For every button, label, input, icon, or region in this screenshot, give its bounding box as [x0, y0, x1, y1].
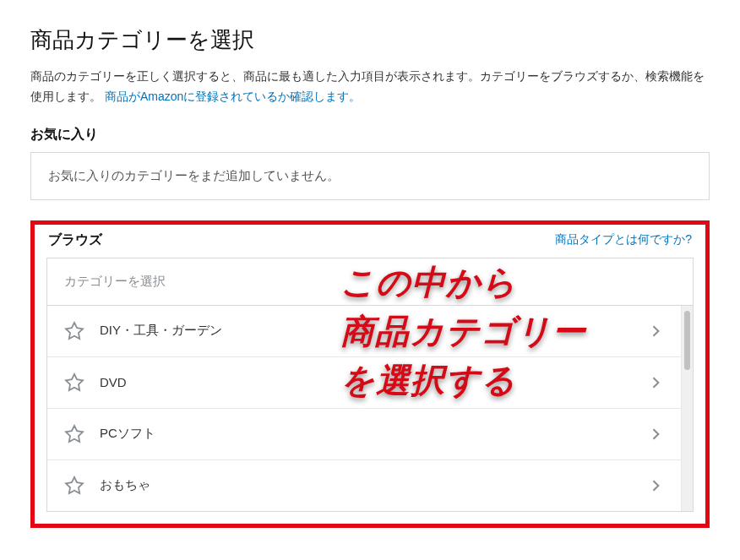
star-icon[interactable]	[64, 476, 84, 496]
favorites-title: お気に入り	[30, 126, 710, 144]
browse-header: ブラウズ 商品タイプとは何ですか?	[46, 231, 694, 249]
product-type-help-link[interactable]: 商品タイプとは何ですか?	[555, 232, 692, 247]
category-label: おもちゃ	[100, 477, 647, 493]
browse-title: ブラウズ	[48, 231, 102, 249]
browse-section-highlight: ブラウズ 商品タイプとは何ですか? カテゴリーを選択 DIY・工具・ガーデン	[30, 220, 710, 528]
chevron-right-icon	[647, 426, 664, 443]
check-registration-link[interactable]: 商品がAmazonに登録されているか確認します。	[105, 90, 361, 103]
page-title: 商品カテゴリーを選択	[30, 25, 710, 55]
star-icon[interactable]	[64, 424, 84, 444]
category-item-toys[interactable]: おもちゃ	[47, 460, 681, 511]
svg-marker-3	[66, 477, 83, 493]
category-label: PCソフト	[100, 426, 647, 442]
star-icon[interactable]	[64, 321, 84, 341]
scroll-thumb[interactable]	[684, 311, 690, 370]
category-list: DIY・工具・ガーデン DVD	[47, 306, 681, 511]
star-icon[interactable]	[64, 372, 84, 393]
chevron-right-icon	[647, 374, 664, 391]
category-item-diy[interactable]: DIY・工具・ガーデン	[47, 306, 681, 357]
category-list-container: DIY・工具・ガーデン DVD	[46, 305, 694, 512]
category-label: DVD	[100, 375, 647, 389]
svg-marker-0	[66, 323, 83, 339]
chevron-right-icon	[647, 477, 664, 494]
category-search-input[interactable]: カテゴリーを選択	[46, 258, 694, 305]
page-description: 商品のカテゴリーを正しく選択すると、商品に最も適した入力項目が表示されます。カテ…	[30, 67, 710, 107]
category-label: DIY・工具・ガーデン	[100, 323, 647, 339]
favorites-empty-box: お気に入りのカテゴリーをまだ追加していません。	[30, 152, 710, 200]
category-item-pcsoft[interactable]: PCソフト	[47, 409, 681, 460]
scrollbar[interactable]	[681, 306, 693, 511]
svg-marker-2	[66, 426, 83, 442]
svg-marker-1	[66, 374, 83, 390]
category-item-dvd[interactable]: DVD	[47, 357, 681, 409]
chevron-right-icon	[647, 323, 664, 340]
